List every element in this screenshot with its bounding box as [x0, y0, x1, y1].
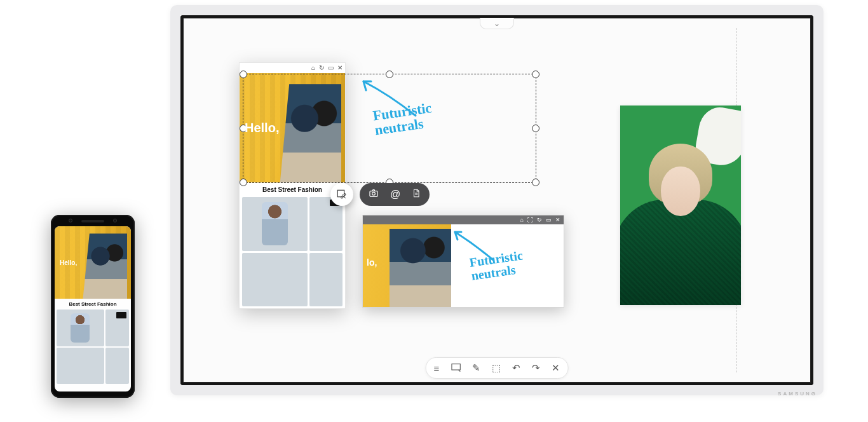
- svg-point-2: [372, 192, 376, 195]
- handwritten-annotation: Futuristic neutrals: [372, 100, 434, 138]
- chevron-down-icon: ⌄: [494, 19, 500, 28]
- refresh-icon[interactable]: ↻: [537, 217, 542, 223]
- close-icon[interactable]: ✕: [552, 362, 560, 374]
- mirror-panel-toolbar: ⌂ ↻ ▭ ✕: [240, 63, 345, 73]
- document-icon[interactable]: [412, 188, 421, 201]
- phone-grid-image-4: [105, 348, 129, 384]
- mirror-grid-image-3: [242, 253, 308, 307]
- phone-camera-left: [69, 219, 72, 222]
- captured-snippet-window[interactable]: ⌂ ⛶ ↻ ▭ ✕ lo, Futuristic neutrals: [362, 215, 564, 308]
- selection-handle[interactable]: [532, 125, 539, 132]
- selection-handle[interactable]: [532, 179, 539, 186]
- mirror-hero-text: Hello,: [245, 121, 279, 135]
- screen-mirror-panel[interactable]: ⌂ ↻ ▭ ✕ Hello, Best Street Fashion: [239, 62, 346, 309]
- phone-camera-right: [113, 219, 117, 222]
- canvas-bottom-toolbar: ≡ ✎ ⬚ ↶ ↷ ✕: [426, 357, 569, 379]
- edit-icon[interactable]: ✎: [472, 362, 480, 374]
- phone-hero-text: Hello,: [60, 259, 77, 266]
- close-icon[interactable]: ✕: [337, 65, 342, 71]
- selection-action-bar: @: [360, 183, 430, 206]
- note-icon[interactable]: [451, 363, 461, 374]
- crop-button[interactable]: [330, 183, 353, 206]
- phone-screen: Hello, Best Street Fashion: [55, 226, 131, 391]
- inserted-photo[interactable]: [620, 106, 741, 305]
- flip-display: ⌄ ⌂ ↻ ▭ ✕ Hello, Best Street Fashion: [170, 5, 824, 395]
- snippet-hero-text: lo,: [367, 257, 377, 268]
- svg-rect-3: [452, 364, 460, 369]
- snippet-annotation: Futuristic neutrals: [469, 248, 526, 282]
- snippet-image: lo,: [363, 224, 451, 307]
- crop-scissors-icon: [336, 189, 348, 200]
- menu-icon[interactable]: ≡: [434, 363, 440, 374]
- phone-grid-image-2: [105, 310, 129, 346]
- undo-icon[interactable]: ↶: [512, 362, 520, 374]
- phone-image-grid: [55, 310, 131, 386]
- camera-icon[interactable]: ⌂: [520, 217, 524, 223]
- camera-icon[interactable]: [369, 188, 379, 201]
- save-icon[interactable]: ▭: [546, 217, 552, 223]
- mirror-image-grid: [240, 197, 345, 309]
- mirror-section-title: Best Street Fashion: [240, 182, 345, 197]
- snippet-toolbar: ⌂ ⛶ ↻ ▭ ✕: [363, 215, 564, 224]
- phone-grid-image-3: [57, 348, 104, 384]
- save-icon[interactable]: ▭: [328, 65, 334, 71]
- selection-handle[interactable]: [532, 71, 539, 78]
- brand-label: SAMSUNG: [778, 391, 817, 397]
- whiteboard-canvas[interactable]: ⌄ ⌂ ↻ ▭ ✕ Hello, Best Street Fashion: [180, 15, 813, 385]
- mention-icon[interactable]: @: [390, 189, 400, 200]
- phone-speaker: [81, 220, 104, 222]
- mirror-grid-image-4: [309, 253, 342, 307]
- top-pull-tab[interactable]: ⌄: [480, 18, 514, 29]
- phone-section-title: Best Street Fashion: [55, 299, 131, 310]
- mirror-grid-image-1: [242, 197, 308, 251]
- phone-device: Hello, Best Street Fashion: [51, 215, 135, 398]
- expand-icon[interactable]: ⛶: [527, 217, 533, 223]
- select-icon[interactable]: ⬚: [492, 362, 501, 374]
- camera-icon[interactable]: ⌂: [311, 65, 315, 71]
- snippet-body: lo, Futuristic neutrals: [363, 224, 564, 307]
- photo-person: [620, 144, 741, 305]
- mirror-hero-image: Hello,: [240, 73, 345, 182]
- phone-grid-image-1: [57, 310, 104, 346]
- close-icon[interactable]: ✕: [555, 217, 560, 223]
- redo-icon[interactable]: ↷: [532, 362, 540, 374]
- refresh-icon[interactable]: ↻: [319, 65, 324, 71]
- phone-hero-image: Hello,: [55, 226, 131, 299]
